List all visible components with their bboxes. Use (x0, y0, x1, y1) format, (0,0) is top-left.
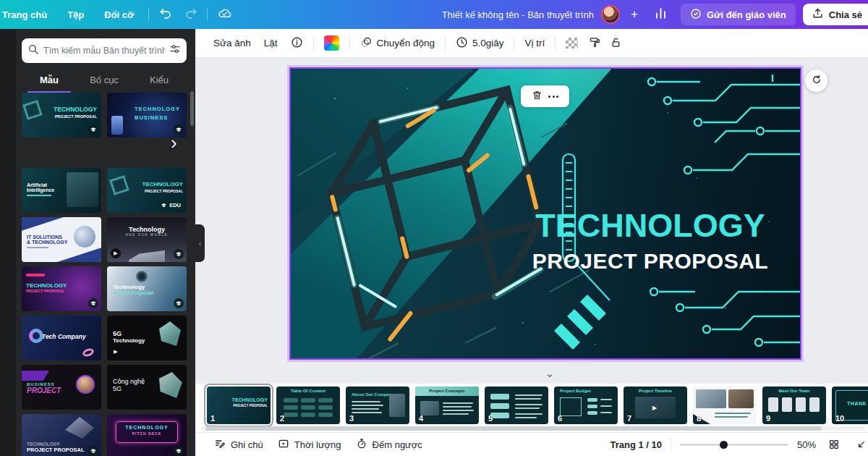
flip-button[interactable]: Lật (258, 33, 284, 54)
tab-layouts[interactable]: Bố cục (77, 67, 132, 93)
insights-button[interactable] (649, 4, 673, 25)
edu-badge-label: EDU (169, 202, 181, 208)
page-number: 4 (419, 414, 423, 423)
search-input[interactable] (43, 46, 165, 56)
template-thumb[interactable]: 5G Technology ▶ (107, 316, 187, 360)
sidebar-scrollbar[interactable] (190, 91, 194, 126)
grid-view-button[interactable] (825, 435, 843, 454)
circuit-lines-bottom (612, 276, 800, 355)
page-thumb-9[interactable]: Meet Our Team 9 (762, 387, 826, 424)
template-thumb-featured-2[interactable]: TECHNOLOGY BUSINESS (107, 93, 187, 138)
trash-icon[interactable] (532, 90, 542, 104)
slide-title-block[interactable]: TECHNOLOGY PROJECT PROPOSAL (531, 208, 770, 274)
carousel-next-icon[interactable]: › (171, 133, 177, 152)
template-thumb[interactable]: Technology Project Proposal (107, 266, 187, 311)
page-thumb-2[interactable]: Table Of Content 2 (276, 387, 340, 424)
play-icon: ▶ (111, 248, 121, 258)
page-thumb-3[interactable]: About Our Company 3 (346, 387, 409, 424)
position-button[interactable]: Vị trí (518, 33, 551, 54)
template-thumb[interactable]: TECHNOLOGY PITCH DECK (107, 414, 187, 456)
template-thumb-featured-1[interactable]: TECHNOLOGY PROJECT PROPOSAL (22, 93, 101, 138)
share-button[interactable]: Chia sẻ (803, 4, 868, 25)
slide-title-line2[interactable]: PROJECT PROPOSAL (531, 249, 770, 274)
template-thumb[interactable]: TECHNOLOGY PROJECT PROPOSAL (22, 414, 101, 456)
pages-scrollbar[interactable] (201, 426, 865, 431)
countdown-button[interactable]: Đếm ngược (349, 434, 430, 455)
template-thumb[interactable]: IT SOLUTIONS & TECHNOLOGY (22, 217, 101, 262)
regenerate-button[interactable] (805, 69, 827, 92)
collapse-pages-chevron[interactable]: ⌄ (541, 366, 558, 381)
bottom-bar: Ghi chú Thời lượng Đếm ngược Trang 1 / 1… (195, 432, 868, 456)
divider (148, 8, 149, 21)
menu-home[interactable]: Trang chủ (0, 9, 57, 20)
add-member-icon[interactable]: + (627, 7, 642, 22)
notes-button[interactable]: Ghi chú (207, 434, 271, 455)
template-thumb[interactable]: TECHNOLOGY PROJECT PROPOSAL EDU (107, 168, 187, 213)
page-thumb-7[interactable]: Project Timeline ▶ 7 (624, 387, 687, 424)
play-icon: ▶ (111, 347, 121, 357)
fullscreen-button[interactable] (852, 435, 868, 454)
send-to-teacher-button[interactable]: Gửi đến giáo viên (681, 4, 796, 25)
duration-bottom-button[interactable]: Thời lượng (271, 434, 349, 455)
animate-button[interactable]: Chuyển động (354, 33, 441, 54)
3d-shape-graphic (159, 321, 181, 346)
edit-image-button[interactable]: Sửa ảnh (207, 33, 258, 54)
sidebar-collapse-handle[interactable]: ‹ (195, 224, 205, 262)
undo-button[interactable] (153, 4, 178, 25)
tab-templates[interactable]: Mẫu (22, 67, 77, 93)
portrait-graphic (76, 375, 95, 394)
template-thumb[interactable]: BUSINESS PROJECT (22, 365, 101, 410)
template-thumb[interactable]: TECHNOLOGY PROJECT PROPOSAL (22, 266, 101, 311)
zoom-slider-knob[interactable] (720, 441, 728, 449)
tab-styles[interactable]: Kiểu (132, 67, 187, 93)
page-thumb-4[interactable]: Project Concepts 4 (415, 387, 479, 424)
divider (445, 36, 446, 51)
graduation-cap-icon (88, 298, 98, 308)
template-thumb[interactable]: Công nghệ 5G (107, 365, 187, 410)
copy-style-button[interactable] (584, 33, 605, 54)
edu-badge: EDU (158, 200, 184, 210)
slide-title-line1[interactable]: TECHNOLOGY (531, 208, 770, 244)
search-icon (27, 43, 39, 58)
page-thumb-subtitle: PROJECT PROPOSAL (232, 404, 268, 408)
page-thumb-10[interactable]: THANK YOU 10 (832, 387, 868, 424)
page-indicator[interactable]: Trang 1 / 10 (610, 439, 662, 450)
page-thumb-5[interactable]: 5 (485, 387, 548, 424)
cloud-save-status[interactable] (212, 4, 237, 25)
lock-button[interactable] (605, 33, 626, 54)
cloud-check-icon (218, 7, 231, 22)
slide-canvas[interactable]: TECHNOLOGY PROJECT PROPOSAL (289, 67, 801, 360)
page-thumb-1[interactable]: TECHNOLOGY PROJECT PROPOSAL 1 (207, 387, 271, 424)
thumb-title: IT SOLUTIONS (27, 235, 67, 240)
template-search[interactable] (22, 38, 187, 63)
filter-sliders-icon[interactable] (169, 43, 181, 58)
page-thumb-6[interactable]: Project Budget 6 (554, 387, 618, 424)
avatar[interactable] (601, 5, 620, 24)
template-thumb[interactable]: Tech Company (22, 316, 101, 360)
transparency-button[interactable] (566, 38, 578, 48)
design-title[interactable]: Thiết kế không tên - Bản thuyết trình (442, 9, 594, 20)
info-button[interactable] (284, 33, 310, 54)
thumb-subtitle: PROJECT PROPOSAL (142, 189, 183, 193)
page-thumb-8[interactable]: 8 (693, 387, 757, 424)
template-thumb[interactable]: Technology AND OUR WORLD ▶ (107, 217, 187, 262)
ribbon-graphic (51, 246, 101, 262)
zoom-slider-track[interactable] (680, 444, 788, 446)
zoom-slider[interactable] (680, 439, 788, 449)
crystal-graphic (65, 417, 94, 439)
more-options-icon[interactable] (548, 96, 558, 98)
cube-graphic (115, 177, 139, 201)
thumb-subtitle: Project Proposal (113, 290, 153, 295)
flip-label: Lật (264, 38, 278, 48)
redo-button[interactable] (178, 4, 203, 25)
template-thumb[interactable]: Artificial Intelligence (22, 168, 101, 213)
menu-resize[interactable]: Đổi cỡ (94, 9, 144, 20)
context-toolbar: Sửa ảnh Lật Chuyển động 5.0giây Vị trí (195, 29, 868, 58)
page-number: 3 (349, 414, 354, 423)
page-thumb-title: THANK YOU (832, 401, 868, 406)
color-picker-button[interactable] (324, 35, 339, 51)
pages-scrollbar-thumb[interactable] (205, 426, 822, 431)
notes-icon (214, 438, 226, 452)
menu-file[interactable]: Tệp (57, 9, 94, 20)
duration-button[interactable]: 5.0giây (449, 33, 511, 54)
